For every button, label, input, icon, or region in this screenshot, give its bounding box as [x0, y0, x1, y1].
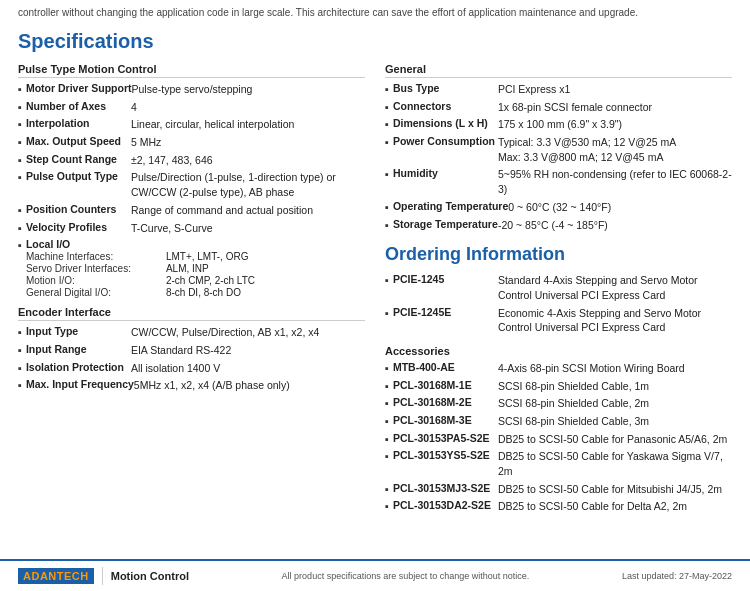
list-item: Number of Axes 4	[18, 100, 365, 115]
spec-label-max-output-speed: Max. Output Speed	[26, 135, 131, 147]
list-item: PCL-30168M-1E SCSI 68-pin Shielded Cable…	[385, 379, 732, 394]
ordering-title: Ordering Information	[385, 244, 732, 265]
list-item: Input Type CW/CCW, Pulse/Direction, AB x…	[18, 325, 365, 340]
pulse-section-title: Pulse Type Motion Control	[18, 63, 365, 78]
list-item: Local I/O Machine Interfaces: LMT+, LMT-…	[18, 238, 365, 298]
general-section-title: General	[385, 63, 732, 78]
spec-label-pcl30153mj3: PCL-30153MJ3-S2E	[393, 482, 498, 494]
list-item: PCL-30168M-3E SCSI 68-pin Shielded Cable…	[385, 414, 732, 429]
spec-label-pcie1245e: PCIE-1245E	[393, 306, 498, 318]
spec-value-pcl30153mj3: DB25 to SCSI-50 Cable for Mitsubishi J4/…	[498, 482, 722, 497]
spec-label-input-type: Input Type	[26, 325, 131, 337]
local-io-content: Local I/O Machine Interfaces: LMT+, LMT-…	[26, 238, 365, 298]
accessories-title: Accessories	[385, 345, 732, 357]
local-io-digital-value: 8-ch DI, 8-ch DO	[166, 287, 241, 298]
spec-value-pcl30153ys5: DB25 to SCSI-50 Cable for Yaskawa Sigma …	[498, 449, 732, 478]
spec-label-bus-type: Bus Type	[393, 82, 498, 94]
right-column: General Bus Type PCI Express x1 Connecto…	[385, 63, 732, 517]
list-item: Humidity 5~95% RH non-condensing (refer …	[385, 167, 732, 196]
spec-value-isolation: All isolation 1400 V	[131, 361, 220, 376]
spec-value-connectors: 1x 68-pin SCSI female connector	[498, 100, 652, 115]
spec-value-mtb400ae: 4-Axis 68-pin SCSI Motion Wiring Board	[498, 361, 685, 376]
page-title: Specifications	[18, 30, 732, 53]
spec-label-axes: Number of Axes	[26, 100, 131, 112]
spec-value-velocity-profiles: T-Curve, S-Curve	[131, 221, 213, 236]
spec-value-pulse-output-type: Pulse/Direction (1-pulse, 1-direction ty…	[131, 170, 365, 199]
footer-category: Motion Control	[111, 570, 189, 582]
spec-value-motor-driver: Pulse-type servo/stepping	[132, 82, 253, 97]
spec-value-power-consumption: Typical: 3.3 V@530 mA; 12 V@25 mAMax: 3.…	[498, 135, 676, 164]
list-item: PCL-30153PA5-S2E DB25 to SCSI-50 Cable f…	[385, 432, 732, 447]
spec-value-pcl30153pa5: DB25 to SCSI-50 Cable for Panasonic A5/A…	[498, 432, 727, 447]
list-item: PCL-30153MJ3-S2E DB25 to SCSI-50 Cable f…	[385, 482, 732, 497]
footer-date: Last updated: 27-May-2022	[622, 571, 732, 581]
spec-value-operating-temp: 0 ~ 60°C (32 ~ 140°F)	[508, 200, 611, 215]
list-item: Input Range EIA Standard RS-422	[18, 343, 365, 358]
spec-label-dimensions: Dimensions (L x H)	[393, 117, 498, 129]
pulse-section: Pulse Type Motion Control Motor Driver S…	[18, 63, 365, 298]
local-io-sub-machine: Machine Interfaces: LMT+, LMT-, ORG	[26, 251, 365, 262]
spec-label-humidity: Humidity	[393, 167, 498, 179]
encoder-section-title: Encoder Interface	[18, 306, 365, 321]
spec-value-bus-type: PCI Express x1	[498, 82, 570, 97]
spec-label-operating-temp: Operating Temperature	[393, 200, 508, 212]
local-io-motion-label: Motion I/O:	[26, 275, 166, 286]
local-io-servo-label: Servo Driver Interfaces:	[26, 263, 166, 274]
spec-label-power-consumption: Power Consumption	[393, 135, 498, 147]
spec-label-position-counters: Position Counters	[26, 203, 131, 215]
spec-label-step-count: Step Count Range	[26, 153, 131, 165]
ordering-section: Ordering Information PCIE-1245 Standard …	[385, 244, 732, 514]
spec-label-input-range: Input Range	[26, 343, 131, 355]
spec-value-max-input-freq: 5MHz x1, x2, x4 (A/B phase only)	[134, 378, 290, 393]
spec-label-connectors: Connectors	[393, 100, 498, 112]
local-io-machine-value: LMT+, LMT-, ORG	[166, 251, 249, 262]
spec-label-mtb400ae: MTB-400-AE	[393, 361, 498, 373]
list-item: MTB-400-AE 4-Axis 68-pin SCSI Motion Wir…	[385, 361, 732, 376]
footer: ADANTECH Motion Control All product spec…	[0, 559, 750, 591]
footer-note: All product specifications are subject t…	[282, 571, 530, 581]
list-item: Connectors 1x 68-pin SCSI female connect…	[385, 100, 732, 115]
list-item: PCL-30168M-2E SCSI 68-pin Shielded Cable…	[385, 396, 732, 411]
footer-logo: ADANTECH	[18, 568, 94, 584]
spec-value-pcl30153da2: DB25 to SCSI-50 Cable for Delta A2, 2m	[498, 499, 687, 514]
list-item: Velocity Profiles T-Curve, S-Curve	[18, 221, 365, 236]
spec-value-pcl30168m3e: SCSI 68-pin Shielded Cable, 3m	[498, 414, 649, 429]
spec-value-max-output-speed: 5 MHz	[131, 135, 161, 150]
list-item: Operating Temperature 0 ~ 60°C (32 ~ 140…	[385, 200, 732, 215]
spec-value-storage-temp: -20 ~ 85°C (-4 ~ 185°F)	[498, 218, 608, 233]
spec-label-storage-temp: Storage Temperature	[393, 218, 498, 230]
spec-label-pulse-output-type: Pulse Output Type	[26, 170, 131, 182]
spec-label-motor-driver: Motor Driver Support	[26, 82, 132, 94]
spec-label-pcl30153ys5: PCL-30153YS5-S2E	[393, 449, 498, 461]
spec-label-velocity-profiles: Velocity Profiles	[26, 221, 131, 233]
spec-value-humidity: 5~95% RH non-condensing (refer to IEC 60…	[498, 167, 732, 196]
spec-label-interpolation: Interpolation	[26, 117, 131, 129]
list-item: Max. Input Frequency 5MHz x1, x2, x4 (A/…	[18, 378, 365, 393]
spec-value-pcl30168m1e: SCSI 68-pin Shielded Cable, 1m	[498, 379, 649, 394]
spec-label-pcl30153pa5: PCL-30153PA5-S2E	[393, 432, 498, 444]
local-io-servo-value: ALM, INP	[166, 263, 209, 274]
local-io-sub-motion: Motion I/O: 2-ch CMP, 2-ch LTC	[26, 275, 365, 286]
local-io-motion-value: 2-ch CMP, 2-ch LTC	[166, 275, 255, 286]
spec-value-axes: 4	[131, 100, 137, 115]
list-item: PCIE-1245 Standard 4-Axis Stepping and S…	[385, 273, 732, 302]
list-item: Pulse Output Type Pulse/Direction (1-pul…	[18, 170, 365, 199]
list-item: Storage Temperature -20 ~ 85°C (-4 ~ 185…	[385, 218, 732, 233]
spec-label-pcl30153da2: PCL-30153DA2-S2E	[393, 499, 498, 511]
list-item: PCL-30153DA2-S2E DB25 to SCSI-50 Cable f…	[385, 499, 732, 514]
list-item: Dimensions (L x H) 175 x 100 mm (6.9" x …	[385, 117, 732, 132]
left-column: Pulse Type Motion Control Motor Driver S…	[18, 63, 365, 517]
local-io-sub-digital: General Digital I/O: 8-ch DI, 8-ch DO	[26, 287, 365, 298]
list-item: Bus Type PCI Express x1	[385, 82, 732, 97]
spec-value-dimensions: 175 x 100 mm (6.9" x 3.9")	[498, 117, 622, 132]
local-io-machine-label: Machine Interfaces:	[26, 251, 166, 262]
spec-value-input-range: EIA Standard RS-422	[131, 343, 231, 358]
spec-value-step-count: ±2, 147, 483, 646	[131, 153, 213, 168]
spec-label-max-input-freq: Max. Input Frequency	[26, 378, 134, 390]
list-item: Power Consumption Typical: 3.3 V@530 mA;…	[385, 135, 732, 164]
list-item: Max. Output Speed 5 MHz	[18, 135, 365, 150]
spec-value-input-type: CW/CCW, Pulse/Direction, AB x1, x2, x4	[131, 325, 319, 340]
encoder-section: Encoder Interface Input Type CW/CCW, Pul…	[18, 306, 365, 393]
footer-logo-text: AD	[23, 570, 40, 582]
local-io-label: Local I/O	[26, 238, 365, 250]
